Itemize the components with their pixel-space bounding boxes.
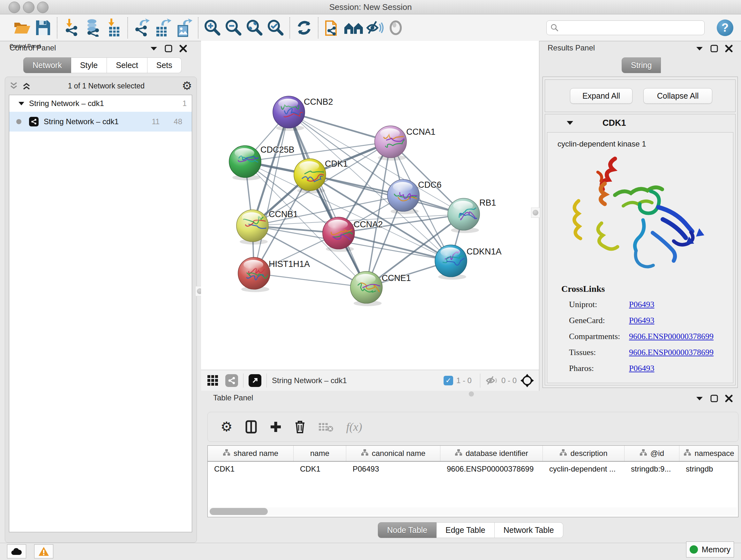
panel-float-icon[interactable]	[165, 45, 172, 52]
network-canvas[interactable]: CCNB2CCNA1CDC25BCDK1CDC6RB1CCNB1CCNA2CDK…	[201, 41, 539, 370]
node-HIST1H1A[interactable]	[238, 257, 270, 292]
status-bar: Memory	[0, 543, 741, 560]
detach-view-icon[interactable]	[249, 374, 261, 387]
right-splitter-handle[interactable]	[531, 207, 540, 218]
table-cell[interactable]: CDK1	[208, 464, 293, 474]
panel-float-icon[interactable]	[711, 395, 718, 402]
table-cell[interactable]: CDK1	[293, 464, 346, 474]
panel-float-icon[interactable]	[711, 45, 718, 52]
crosslink-value-link[interactable]: P06493	[629, 316, 654, 325]
crosslink-value-link[interactable]: P06493	[629, 364, 654, 373]
panel-close-icon[interactable]	[179, 45, 187, 52]
save-session-button[interactable]	[32, 18, 54, 38]
refresh-view-button[interactable]	[293, 18, 315, 38]
control-panel-tabs: NetworkStyleSelectSets	[23, 57, 182, 73]
search-input[interactable]	[559, 23, 700, 33]
expand-all-button[interactable]: Expand All	[570, 88, 632, 104]
column-header-canonical-name[interactable]: canonical name	[346, 446, 441, 461]
table-cell[interactable]: stringdb:9...	[624, 464, 679, 474]
table-cell[interactable]: 9606.ENSP00000378699	[441, 464, 543, 474]
table-cell[interactable]: stringdb	[679, 464, 738, 474]
add-column-icon[interactable]	[270, 421, 282, 433]
tree-expander-icon[interactable]	[18, 101, 24, 106]
toolbar-separator	[266, 374, 267, 388]
table-gear-icon[interactable]: ⚙	[220, 420, 232, 434]
memory-button[interactable]: Memory	[686, 542, 734, 557]
column-header-shared-name[interactable]: shared name	[208, 446, 293, 461]
tab-node-table[interactable]: Node Table	[378, 522, 436, 538]
table-cell[interactable]: P06493	[346, 464, 441, 474]
panel-close-icon[interactable]	[725, 45, 733, 52]
cloud-status-button[interactable]	[7, 544, 26, 558]
zoom-selected-button[interactable]	[265, 18, 286, 38]
panel-close-icon[interactable]	[725, 395, 733, 402]
string-view-icon[interactable]	[225, 374, 238, 387]
crosslink-value-link[interactable]: P06493	[629, 300, 654, 309]
tab-string[interactable]: String	[622, 57, 661, 73]
birds-eye-view-icon[interactable]	[520, 373, 535, 388]
tab-style[interactable]: Style	[71, 57, 107, 73]
select-columns-icon[interactable]	[246, 420, 257, 434]
home-button[interactable]	[343, 18, 364, 38]
delete-column-icon[interactable]	[294, 420, 306, 434]
scrollbar-thumb[interactable]	[210, 508, 268, 515]
zoom-fit-button[interactable]	[244, 18, 265, 38]
search-box[interactable]	[546, 20, 704, 35]
table-row[interactable]: CDK1CDK1P064939606.ENSP00000378699cyclin…	[208, 462, 738, 476]
collapse-all-icon[interactable]	[10, 82, 18, 90]
edge-HIST1H1A-CCNE1[interactable]	[254, 273, 366, 287]
column-type-icon	[361, 449, 368, 458]
collapse-all-button[interactable]: Collapse All	[643, 88, 712, 104]
column-type-icon	[684, 449, 691, 458]
section-expander-icon[interactable]	[566, 120, 574, 125]
collection-count: 1	[183, 99, 187, 108]
show-glass-button[interactable]	[385, 18, 406, 38]
crosslink-value-link[interactable]: 9606.ENSP00000378699	[629, 348, 714, 357]
hidden-eye-icon[interactable]	[485, 375, 498, 386]
tab-network[interactable]: Network	[23, 57, 71, 73]
help-button[interactable]: ?	[717, 19, 733, 36]
network-collection-row[interactable]: String Network – cdk1 1	[9, 95, 192, 112]
tab-edge-table[interactable]: Edge Table	[436, 522, 495, 538]
export-image-button[interactable]	[174, 18, 195, 38]
warning-status-button[interactable]	[34, 544, 53, 558]
node-CDKN1A[interactable]	[435, 245, 468, 280]
tab-select[interactable]: Select	[107, 57, 147, 73]
table-cell[interactable]: cyclin-dependent ...	[543, 464, 624, 474]
export-table-button[interactable]	[152, 18, 174, 38]
grid-view-icon[interactable]	[207, 374, 219, 387]
column-header-name[interactable]: name	[293, 446, 346, 461]
node-CDC25B[interactable]	[229, 145, 265, 180]
selected-checkbox-icon[interactable]: ✓	[444, 376, 453, 385]
open-session-button[interactable]	[11, 18, 32, 38]
zoom-out-button[interactable]	[223, 18, 244, 38]
column-header-description[interactable]: description	[543, 446, 624, 461]
expand-all-icon[interactable]	[22, 82, 30, 90]
crosslink-value-link[interactable]: 9606.ENSP00000378699	[629, 332, 714, 341]
import-network-file-button[interactable]	[61, 18, 82, 38]
panel-menu-icon[interactable]	[696, 46, 703, 51]
node-label-CDC25B: CDC25B	[260, 145, 294, 154]
horizontal-scrollbar[interactable]	[208, 507, 737, 516]
column-header-namespace[interactable]: namespace	[679, 446, 738, 461]
export-network-button[interactable]	[131, 18, 152, 38]
network-row[interactable]: String Network – cdk1 11 48	[9, 112, 192, 132]
import-network-database-button[interactable]	[82, 18, 103, 38]
column-header-database-identifier[interactable]: database identifier	[441, 446, 543, 461]
edge-CCNB2-HIST1H1A[interactable]	[254, 112, 289, 273]
import-database-icon	[87, 19, 99, 37]
column-header--id[interactable]: @id	[624, 446, 679, 461]
zoom-in-button[interactable]	[202, 18, 223, 38]
panel-menu-icon[interactable]	[696, 396, 703, 401]
gear-icon[interactable]: ⚙	[182, 80, 192, 91]
node-RB1[interactable]	[448, 198, 480, 233]
clone-network-button[interactable]	[322, 18, 343, 38]
tab-network-table[interactable]: Network Table	[495, 522, 563, 538]
hide-glass-button[interactable]	[364, 18, 385, 38]
tab-sets[interactable]: Sets	[147, 57, 182, 73]
import-table-file-button[interactable]	[103, 18, 124, 38]
export-table-icon	[156, 18, 172, 37]
panel-menu-icon[interactable]	[150, 46, 158, 51]
column-header-label: database identifier	[466, 449, 528, 458]
network-graph[interactable]: CCNB2CCNA1CDC25BCDK1CDC6RB1CCNB1CCNA2CDK…	[201, 41, 539, 369]
